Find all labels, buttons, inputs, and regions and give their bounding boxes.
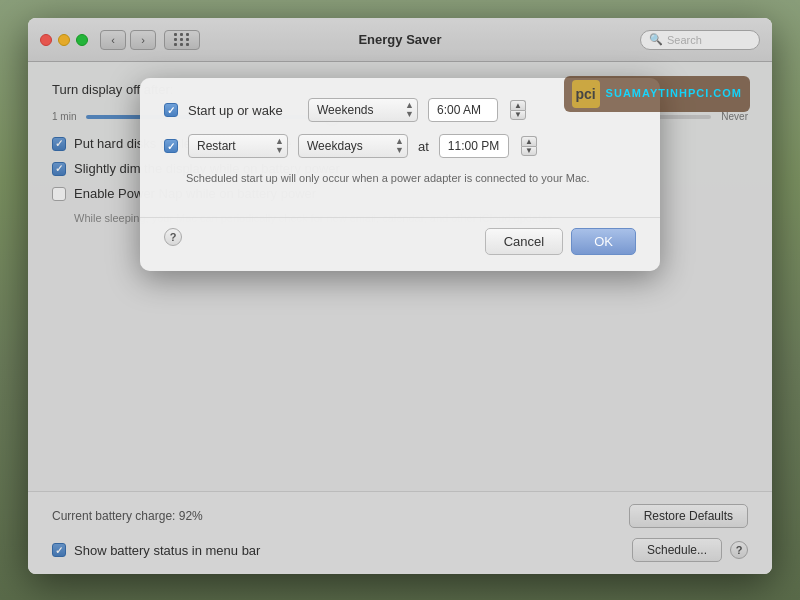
days-select[interactable]: Weekdays	[298, 134, 408, 158]
action-select[interactable]: Restart	[188, 134, 288, 158]
watermark-logo: pci	[572, 80, 600, 108]
startup-time-stepper: ▲ ▼	[510, 100, 526, 120]
restart-checkbox[interactable]	[164, 139, 178, 153]
startup-time-down[interactable]: ▼	[510, 110, 526, 120]
watermark-sitename: SUAMAYTINHPCI.COM	[606, 87, 742, 100]
startup-checkbox[interactable]	[164, 103, 178, 117]
restart-time-down[interactable]: ▼	[521, 146, 537, 156]
watermark-text-block: SUAMAYTINHPCI.COM	[606, 87, 742, 100]
startup-days-select[interactable]: Weekends	[308, 98, 418, 122]
days-select-wrapper: Weekdays ▲▼	[298, 134, 408, 158]
startup-days-wrapper: Weekends ▲▼	[308, 98, 418, 122]
restart-time-field[interactable]: 11:00 PM	[439, 134, 509, 158]
ok-button[interactable]: OK	[571, 228, 636, 255]
modal-buttons: ? Cancel OK	[140, 217, 660, 271]
restart-time-up[interactable]: ▲	[521, 136, 537, 146]
startup-time-up[interactable]: ▲	[510, 100, 526, 110]
watermark: pci SUAMAYTINHPCI.COM	[564, 76, 750, 112]
startup-time-field[interactable]: 6:00 AM	[428, 98, 498, 122]
cancel-button[interactable]: Cancel	[485, 228, 563, 255]
modal-help-button[interactable]: ?	[164, 228, 182, 246]
startup-label: Start up or wake	[188, 103, 298, 118]
modal-note: Scheduled start up will only occur when …	[186, 170, 636, 187]
modal-row-2: Restart ▲▼ Weekdays ▲▼ at 11:00 PM	[164, 134, 636, 158]
action-select-wrapper: Restart ▲▼	[188, 134, 288, 158]
restart-time-stepper: ▲ ▼	[521, 136, 537, 156]
at-label: at	[418, 139, 429, 154]
watermark-box: pci SUAMAYTINHPCI.COM	[564, 76, 750, 112]
